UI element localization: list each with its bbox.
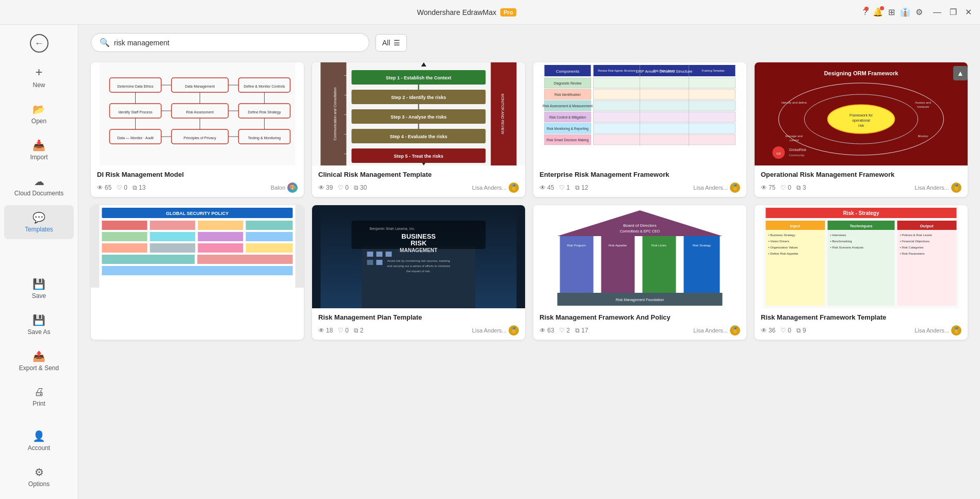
scroll-top-button[interactable]: ▲ [953,66,968,80]
svg-text:• Policies & Risk Levels: • Policies & Risk Levels [900,234,932,237]
minimize-button[interactable]: — [933,7,941,17]
svg-text:Risk Program: Risk Program [567,244,585,247]
svg-text:Review Risk Agents Structure: Review Risk Agents Structure [598,69,635,72]
svg-rect-78 [594,135,736,145]
notif-badge [880,6,884,10]
card-meta-risk-strategy: 👁 36 ♡ 0 ⧉ 9 Lisa Anders... 🏅 [761,325,961,336]
card-info-clinical: Clinical Risk Management Template 👁 39 ♡… [312,165,525,197]
svg-text:Communication and Consultation: Communication and Consultation [333,87,337,140]
svg-text:Risk Assessment & Measurement: Risk Assessment & Measurement [543,104,593,108]
template-card-rmfp[interactable]: Board of Directors Committees & EPC CEO … [533,205,746,340]
search-bar[interactable]: 🔍 [91,33,369,52]
sidebar-account-label: Account [28,444,50,452]
sidebar-import-label: Import [30,154,47,161]
template-card-business-risk[interactable]: Benjamin Shah Larama, Inc. BUSINESS RISK… [312,205,525,340]
copies-risk-strategy: ⧉ 9 [796,327,806,334]
new-icon: + [35,65,42,79]
card-stats-orm: 👁 75 ♡ 0 ⧉ 3 [761,184,909,191]
card-image-di-risk: Determine Data Ethics Data Management De… [91,62,304,165]
svg-text:Risk Identification: Risk Identification [554,93,581,96]
svg-text:MONITOR AND REVIEW: MONITOR AND REVIEW [501,94,504,135]
sidebar-item-open[interactable]: 📂 Open [4,97,74,131]
sidebar-saveas-label: Save As [27,328,50,336]
sidebar-item-print[interactable]: 🖨 Print [4,380,74,413]
window-controls: — ❐ ✕ [933,7,972,17]
svg-text:Risk Smart Decision Making: Risk Smart Decision Making [547,138,589,142]
app-title: Wondershare EdrawMax [417,8,496,16]
template-card-risk-strategy[interactable]: Risk - Strategy Input Techniques Outpu [755,205,968,340]
svg-text:RISK: RISK [411,239,427,247]
svg-text:Identify and define: Identify and define [781,101,807,104]
filter-button[interactable]: All ☰ [375,34,407,52]
likes-risk-strategy: ♡ 0 [780,327,791,334]
svg-text:Risk Control & Mitigation: Risk Control & Mitigation [549,115,586,120]
sidebar-templates-label: Templates [25,226,53,233]
template-card-clinical[interactable]: Communication and Consultation MONITOR A… [312,62,525,197]
svg-text:Data Management: Data Management [185,85,215,89]
close-button[interactable]: ✕ [965,7,972,17]
skin-icon[interactable]: 👔 [900,7,910,17]
card-info-enterprise: Enterprise Risk Management Framework 👁 4… [533,165,746,197]
svg-text:Risk Strategy: Risk Strategy [693,244,711,247]
template-card-orm[interactable]: Designing ORM Framework Framework for op… [755,62,968,197]
template-card-enterprise[interactable]: Components ERP Areas - Detailed Structur… [533,62,746,197]
card-meta-orm: 👁 75 ♡ 0 ⧉ 3 Lisa Anders... 🏅 [761,182,961,193]
sidebar-item-account[interactable]: 👤 Account [4,424,74,458]
card-info-business-risk: Risk Management Plan Template 👁 18 ♡ 0 ⧉… [312,308,525,340]
svg-text:Define & Monitor Controls: Define & Monitor Controls [243,85,285,88]
views-rmfp: 👁 63 [540,327,554,334]
svg-rect-126 [377,260,383,265]
author-business-risk: Lisa Anders... 🏅 [472,325,519,336]
svg-rect-109 [102,232,148,241]
svg-text:operational: operational [852,119,870,123]
sidebar-item-new[interactable]: + New [4,59,74,95]
search-input[interactable] [114,39,361,47]
filter-label: All [382,39,390,47]
author-enterprise: Lisa Anders... 🏅 [693,182,740,193]
copies-di-risk: ⧉ 13 [133,184,145,191]
author-orm: Lisa Anders... 🏅 [914,182,961,193]
svg-text:Framework for: Framework for [850,113,873,117]
template-card-global-security[interactable]: GLOBAL SECURITY POLICY [91,205,304,340]
sidebar-item-save[interactable]: 💾 Save [4,272,74,306]
sidebar-open-label: Open [31,118,46,125]
card-image-rmfp: Board of Directors Committees & EPC CEO … [533,205,746,308]
svg-text:Step 2 - Identify the risks: Step 2 - Identify the risks [391,95,446,100]
grid-icon[interactable]: ⊞ [888,7,895,17]
sidebar-item-cloud[interactable]: ☁ Cloud Documents [4,169,74,203]
toolbar-icons: ? 🔔 ⊞ 👔 ⚙ [863,7,923,17]
svg-text:Risk Management Foundation: Risk Management Foundation [616,298,664,302]
views-orm: 👁 75 [761,184,775,191]
card-stats-rmfp: 👁 63 ♡ 2 ⧉ 17 [540,327,688,334]
save-icon: 💾 [32,278,45,290]
author-risk-strategy: Lisa Anders... 🏅 [914,325,961,336]
template-card-di-risk[interactable]: Determine Data Ethics Data Management De… [91,62,304,197]
svg-text:Step 3 - Analyse the risks: Step 3 - Analyse the risks [390,114,447,120]
svg-rect-66 [594,89,736,99]
svg-text:Risk Limits: Risk Limits [651,244,666,247]
svg-text:Benjamin Shah     Larama, Inc.: Benjamin Shah Larama, Inc. [370,227,415,231]
notification-icon[interactable]: 🔔 [873,7,883,17]
sidebar-item-export[interactable]: 📤 Export & Send [4,344,74,378]
sidebar-save-label: Save [32,292,46,300]
svg-text:• Risk Categories: • Risk Categories [900,246,924,249]
sidebar-item-templates[interactable]: 💬 Templates [4,205,74,239]
sidebar-item-options[interactable]: ⚙ Options [4,460,74,494]
sidebar-new-label: New [32,81,45,89]
svg-rect-125 [367,260,373,265]
sidebar-item-import[interactable]: 📥 Import [4,133,74,167]
sidebar-item-saveas[interactable]: 💾 Save As [4,308,74,342]
restore-button[interactable]: ❐ [950,7,957,17]
content-wrapper: 🔍 All ☰ ▲ [78,25,980,499]
svg-rect-114 [150,243,195,253]
svg-text:Risk Assessment: Risk Assessment [186,110,214,114]
back-button[interactable]: ← [0,29,78,58]
svg-text:risk: risk [858,124,864,127]
svg-text:the impact of risk.: the impact of risk. [406,270,431,273]
help-icon[interactable]: ? [863,8,868,17]
svg-text:MANAGEMENT: MANAGEMENT [400,247,437,253]
svg-text:Principles of Privacy: Principles of Privacy [184,136,217,140]
svg-text:• Vision Drivers: • Vision Drivers [769,240,790,243]
sidebar-spacer [0,240,78,271]
settings-icon[interactable]: ⚙ [916,7,923,17]
